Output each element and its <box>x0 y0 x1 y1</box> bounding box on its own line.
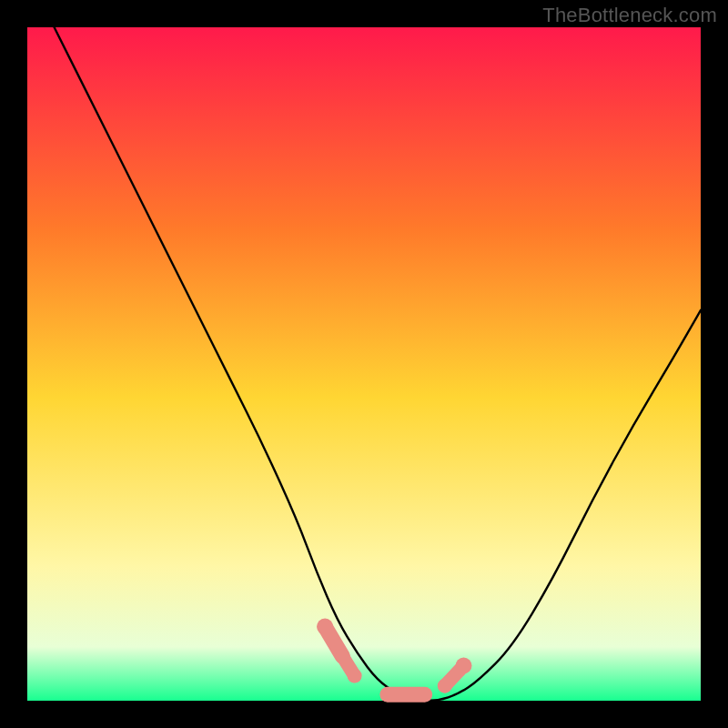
watermark-text: TheBottleneck.com <box>542 4 717 27</box>
chart-frame: TheBottleneck.com <box>0 0 728 728</box>
plot-background <box>27 27 701 701</box>
bottleneck-chart <box>0 0 728 728</box>
